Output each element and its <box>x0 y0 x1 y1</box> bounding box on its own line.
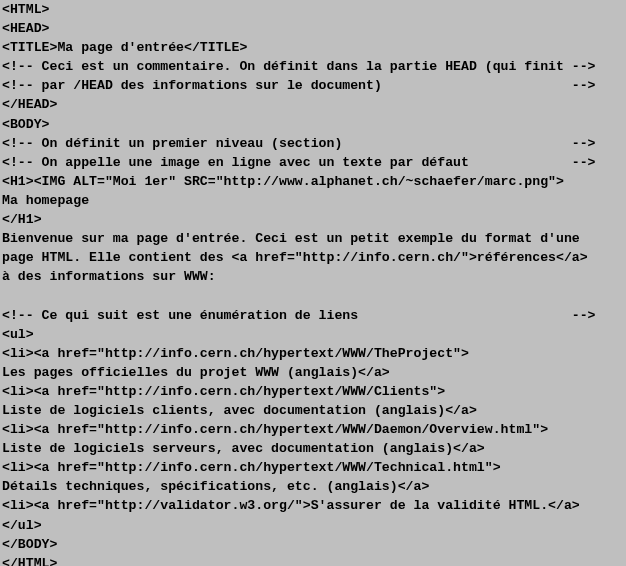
code-block: <HTML> <HEAD> <TITLE>Ma page d'entrée</T… <box>0 0 626 566</box>
